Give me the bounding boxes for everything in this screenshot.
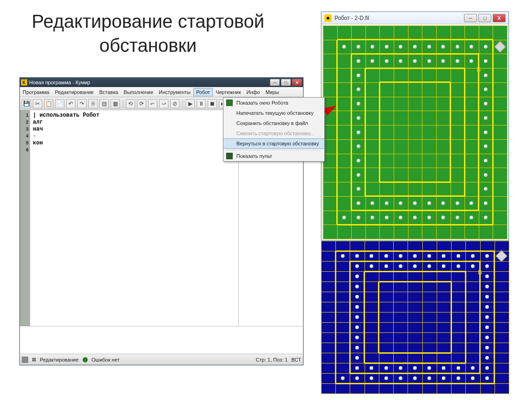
output-pane [20,326,303,354]
robot-dot [357,187,360,191]
robot-dot [384,366,388,370]
toolbar-button[interactable]: ⏹ [208,99,217,108]
code-editor[interactable]: | использовать Роботалгнач-кон [30,110,238,326]
robot-dot [371,216,374,219]
toolbar-button[interactable]: 📋 [44,99,53,108]
robot-dot [485,325,489,329]
robot-minimize-button[interactable]: ─ [464,14,477,22]
line-gutter: 123456 [20,110,30,326]
robot-dot [413,216,417,219]
robot-dot [413,264,417,268]
toolbar-button[interactable]: ▶ [186,99,195,108]
menu-чертежник[interactable]: Чертежник [213,88,244,96]
robot-field[interactable]: Б [322,24,508,240]
menu-item[interactable]: Вернуться в стартовую обстановку [223,138,324,149]
robot-dot [357,45,360,49]
robot-dot [484,102,488,106]
robot-marker [496,250,507,262]
robot-dot [427,216,431,219]
toolbar-button[interactable]: 💾 [22,99,31,108]
robot-dot [357,102,360,106]
robot-dot [456,45,459,49]
menu-редактирование[interactable]: Редактирование [52,88,97,96]
traffic-icon: ⬤ [82,356,88,362]
robot-dot [357,131,360,134]
robot-dot [485,346,489,350]
robot-dot [485,305,489,309]
robot-maximize-button[interactable]: □ [478,14,491,22]
robot-dot [355,305,359,309]
menu-программа[interactable]: Программа [20,88,52,96]
menu-миры[interactable]: Миры [263,88,282,96]
window-title: Новая программа - Кумир [29,80,270,85]
toolbar-button[interactable]: 📄 [55,99,64,108]
robot-dot [485,285,489,288]
menu-icon [226,100,233,106]
robot-dot [342,216,346,219]
robot-dot [484,45,488,49]
robot-field-dark[interactable]: Б [321,241,509,394]
menu-item[interactable]: Показать окно Робота [223,98,324,108]
menu-робот[interactable]: Робот [193,88,213,96]
toolbar-button[interactable]: ⟲ [126,99,135,108]
robot-dot [427,254,431,258]
toolbar-button[interactable]: ⊘ [170,99,179,108]
robot-dot [470,216,473,219]
robot-dot [357,116,360,120]
toolbar-button[interactable]: ▤ [99,99,109,108]
robot-dot [456,216,459,219]
robot-dot [471,254,475,258]
menu-item[interactable]: Сохранить обстановку в файл [223,118,324,128]
toolbar-button[interactable]: ⏸ [197,99,206,108]
slide-title: Редактирование стартовой обстановки [28,9,268,57]
robot-dot [371,201,374,205]
robot-dot [484,144,488,148]
toolbar-button[interactable]: ⤺ [148,99,157,108]
menu-item[interactable]: Показать пульт [223,151,324,161]
robot-dot [485,336,489,339]
toolbar-button[interactable]: ▦ [111,99,120,108]
menu-вставка[interactable]: Вставка [96,88,121,96]
toolbar-button[interactable]: ✂ [33,99,42,108]
robot-dot [355,325,359,329]
robot-dot [484,88,488,91]
robot-dot [341,254,345,258]
robot-dot [355,366,359,370]
menu-выполнение[interactable]: Выполнение [121,88,156,96]
robot-icon: ☻ [324,14,332,22]
close-button[interactable]: ✕ [292,79,302,86]
robot-dot [355,295,359,299]
robot-dot [399,59,402,63]
robot-dot [484,187,488,191]
toolbar-button[interactable]: ⟳ [137,99,146,108]
robot-menu-dropdown: Показать окно РоботаНапечатать текущую о… [223,97,325,162]
maximize-button[interactable]: □ [281,79,291,86]
robot-dot [471,366,475,370]
robot-dot [427,376,431,380]
toolbar-button[interactable]: ↷ [77,99,87,108]
menu-инструменты[interactable]: Инструменты [156,88,193,96]
robot-dot [485,376,489,380]
toolbar-button[interactable]: ↶ [66,99,75,108]
robot-dot [355,254,359,258]
menu-icon [226,153,233,159]
status-mode: Редактирование [40,357,79,362]
toolbar-button[interactable]: ⎘ [88,99,98,108]
status-position: Стр: 1, Поз: 1 [256,357,288,362]
robot-dot [384,264,388,268]
robot-dot [484,159,488,162]
grid-label: Б [476,66,481,73]
toolbar-button[interactable]: ⤻ [159,99,168,108]
menubar: ПрограммаРедактированиеВставкаВыполнение… [20,87,303,97]
minimize-button[interactable]: ─ [270,79,280,86]
robot-dot [385,216,389,219]
menu-item[interactable]: Напечатать текущую обстановку [223,108,324,118]
robot-dot [442,264,445,268]
robot-dot [485,315,489,319]
robot-titlebar: ☻ Робот - 2-D.fil ─ □ X [322,12,508,24]
robot-dot [485,264,489,268]
robot-dot [355,346,359,350]
menu-инфо[interactable]: Инфо [244,88,263,96]
robot-close-button[interactable]: X [493,14,506,22]
robot-dot [355,376,359,380]
